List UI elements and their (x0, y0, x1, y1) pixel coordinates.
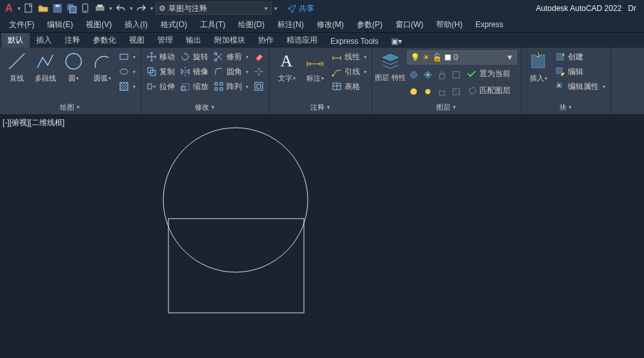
menu-help[interactable]: 帮助(H) (430, 17, 469, 32)
arc-button[interactable]: 圆弧▾ (89, 49, 115, 83)
menu-express[interactable]: Express (469, 17, 510, 32)
qat-customize-dropdown[interactable]: ▼ (273, 6, 278, 12)
layer-properties-button[interactable]: 图层 特性 (376, 49, 405, 81)
leader-button[interactable]: 引线▾ (330, 65, 368, 78)
circle-button[interactable]: 圆▾ (61, 49, 86, 83)
panel-modify-title[interactable]: 修改▼ (145, 101, 265, 114)
scale-icon (180, 81, 190, 92)
tab-view[interactable]: 视图 (123, 33, 151, 48)
panel-layers-title[interactable]: 图层▼ (376, 101, 517, 114)
layer-off-button[interactable] (407, 68, 420, 81)
fillet-button[interactable]: 圆角▾ (212, 65, 250, 78)
web-mobile-icon[interactable] (79, 2, 92, 15)
copy-button[interactable]: 复制 (145, 65, 176, 78)
tab-manage[interactable]: 管理 (151, 33, 179, 48)
menu-format[interactable]: 格式(O) (154, 17, 194, 32)
svg-point-41 (163, 128, 308, 272)
tab-collab[interactable]: 协作 (252, 33, 280, 48)
move-button[interactable]: 移动 (145, 50, 176, 63)
layer-lock-button[interactable] (436, 68, 448, 81)
menu-parametric[interactable]: 参数(P) (350, 17, 389, 32)
dimension-button[interactable]: 标注▾ (302, 49, 328, 83)
array-button[interactable]: 阵列▾ (212, 80, 250, 93)
edit-block-button[interactable]: 编辑 (554, 65, 607, 78)
svg-rect-8 (97, 5, 103, 7)
tab-annotate[interactable]: 注释 (58, 33, 86, 48)
menu-edit[interactable]: 编辑(E) (41, 17, 79, 32)
layer-unisolate-button[interactable] (450, 85, 463, 98)
polyline-button[interactable]: 多段线 (32, 49, 58, 83)
ellipse-button[interactable]: ▾ (117, 65, 137, 78)
tab-extra-icon[interactable]: ▣▾ (385, 35, 408, 48)
erase-icon (254, 52, 264, 62)
layer-freeze-button[interactable] (421, 68, 434, 81)
create-block-button[interactable]: 创建 (554, 50, 607, 63)
drawing-content (0, 115, 644, 358)
tab-default[interactable]: 默认 (1, 33, 30, 48)
hatch-button[interactable]: ▾ (117, 80, 137, 93)
edit-attr-button[interactable]: A编辑属性▾ (554, 80, 607, 93)
undo-icon[interactable] (114, 2, 127, 15)
menu-window[interactable]: 窗口(W) (389, 17, 430, 32)
linear-dim-button[interactable]: 线性▾ (330, 50, 368, 63)
make-current-button[interactable]: 置为当前 (465, 67, 512, 80)
tab-insert[interactable]: 插入 (30, 33, 58, 48)
insert-block-button[interactable]: 插入▾ (525, 49, 551, 83)
trim-button[interactable]: 修剪▾ (212, 50, 250, 63)
mirror-button[interactable]: 镜像 (179, 65, 210, 78)
redo-dropdown[interactable]: ▼ (149, 6, 154, 12)
line-button[interactable]: 直线 (4, 49, 30, 83)
panel-draw-title[interactable]: 绘图▼ (4, 101, 137, 114)
plot-dropdown[interactable]: ▼ (108, 6, 113, 12)
panel-annotation-title[interactable]: 注释▼ (274, 101, 368, 114)
save-icon[interactable] (51, 2, 64, 15)
menu-bar: 文件(F) 编辑(E) 视图(V) 插入(I) 格式(O) 工具(T) 绘图(D… (0, 17, 644, 32)
layer-thaw-button[interactable] (421, 85, 434, 98)
open-icon[interactable] (37, 2, 50, 15)
tab-output[interactable]: 输出 (179, 33, 208, 48)
array-icon (214, 81, 224, 92)
table-button[interactable]: 表格 (330, 80, 368, 93)
app-menu-dropdown[interactable]: ▼ (17, 6, 22, 12)
svg-rect-23 (215, 88, 217, 90)
layer-on-button[interactable] (407, 85, 420, 98)
menu-dimension[interactable]: 标注(N) (271, 17, 310, 32)
text-button[interactable]: A 文字▾ (274, 49, 299, 83)
tab-featured[interactable]: 精选应用 (280, 33, 324, 48)
menu-view[interactable]: 视图(V) (79, 17, 118, 32)
scale-button[interactable]: 缩放 (179, 80, 210, 93)
panel-modify: 移动 复制 拉伸 旋转 镜像 缩放 修剪▾ 圆角▾ 阵列▾ 修改▼ (141, 48, 270, 114)
match-layer-icon (467, 85, 477, 95)
redo-icon[interactable] (135, 2, 148, 15)
workspace-combo[interactable]: ⚙ 草图与注释 ▼ (156, 2, 272, 15)
rect-button[interactable]: ▾ (117, 50, 137, 63)
tab-parametric[interactable]: 参数化 (86, 33, 123, 48)
app-logo[interactable]: A (3, 3, 15, 14)
layer-unlock-button[interactable] (436, 85, 448, 98)
match-layer-button[interactable]: 匹配图层 (465, 84, 512, 97)
new-icon[interactable] (23, 2, 35, 15)
svg-point-32 (410, 88, 417, 95)
undo-dropdown[interactable]: ▼ (128, 6, 134, 12)
stretch-button[interactable]: 拉伸 (145, 80, 176, 93)
menu-modify[interactable]: 修改(M) (310, 17, 350, 32)
tab-express[interactable]: Express Tools (324, 35, 385, 48)
drawing-canvas[interactable]: [-][俯视][二维线框] (0, 115, 644, 358)
saveas-icon[interactable] (65, 2, 78, 15)
menu-tools[interactable]: 工具(T) (194, 17, 232, 32)
rotate-button[interactable]: 旋转 (179, 50, 210, 63)
tab-addins[interactable]: 附加模块 (208, 33, 252, 48)
menu-draw[interactable]: 绘图(D) (232, 17, 271, 32)
layer-combo[interactable]: 💡 ☀ 🔓 0 ▼ (407, 50, 517, 65)
offset-button[interactable] (252, 80, 265, 93)
layer-isolate-button[interactable] (450, 68, 463, 81)
erase-button[interactable] (252, 50, 265, 63)
table-icon (332, 81, 342, 92)
explode-button[interactable] (252, 65, 265, 78)
share-button[interactable]: 共享 (287, 3, 314, 14)
plot-icon[interactable] (94, 2, 106, 15)
menu-file[interactable]: 文件(F) (3, 17, 41, 32)
menu-insert[interactable]: 插入(I) (118, 17, 154, 32)
fillet-icon (214, 66, 224, 77)
panel-block-title[interactable]: 块▼ (525, 101, 607, 114)
